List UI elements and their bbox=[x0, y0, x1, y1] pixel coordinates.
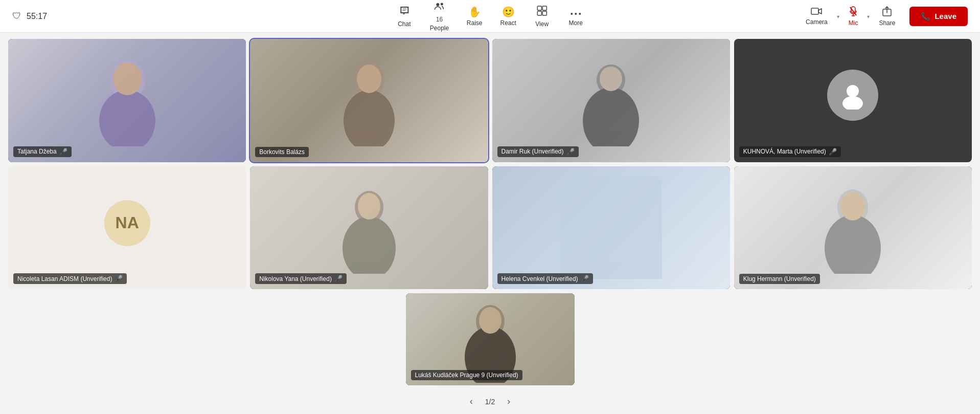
video-tile-lukas[interactable]: Lukáš Kudláček Prague 9 (Unverified) bbox=[406, 293, 575, 385]
video-tile-klug[interactable]: Klug Hermann (Unverified) bbox=[734, 166, 972, 290]
camera-icon bbox=[811, 7, 822, 17]
view-icon bbox=[536, 5, 548, 19]
svg-point-31 bbox=[825, 215, 881, 274]
page-info: 1/2 bbox=[485, 398, 495, 406]
name-tag-kuhnova: KUHNOVÁ, Marta (Unverified) 🎤 bbox=[739, 146, 841, 157]
top-bar-center: Chat 16 People ✋ Raise 🙂 React View bbox=[389, 0, 591, 35]
name-tag-borkovits: Borkovits Balázs bbox=[255, 147, 309, 157]
name-nikolova: Nikolova Yana (Unverified) bbox=[259, 275, 332, 282]
people-button[interactable]: 16 People bbox=[423, 0, 456, 35]
video-tile-helena[interactable]: Helena Cvenkel (Unverified) 🎤 bbox=[492, 166, 730, 290]
react-label: React bbox=[500, 19, 516, 27]
name-damir: Damir Ruk (Unverified) bbox=[502, 148, 564, 155]
grid-row-2: NA Nicoleta Lasan ADISM (Unverified) 🎤 bbox=[8, 166, 972, 290]
name-klug: Klug Hermann (Unverified) bbox=[743, 275, 816, 282]
svg-point-35 bbox=[479, 307, 502, 334]
more-button[interactable]: More bbox=[560, 3, 591, 30]
top-bar: 🛡 55:17 Chat 16 People ✋ Raise 🙂 React bbox=[0, 0, 980, 33]
svg-point-16 bbox=[99, 90, 155, 146]
name-tag-tatjana: Tatjana Džeba 🎤 bbox=[13, 146, 72, 157]
video-tile-nikolova[interactable]: Nikolova Yana (Unverified) 🎤 bbox=[250, 166, 488, 290]
camera-button[interactable]: Camera bbox=[801, 4, 833, 29]
name-borkovits: Borkovits Balázs bbox=[259, 148, 305, 156]
leave-label: Leave bbox=[935, 12, 956, 20]
react-icon: 🙂 bbox=[502, 6, 515, 18]
people-count: 16 bbox=[436, 16, 443, 23]
video-grid: Tatjana Džeba 🎤 Borkovits Balázs bbox=[0, 33, 980, 414]
svg-point-25 bbox=[842, 96, 863, 110]
video-tile-nicoleta[interactable]: NA Nicoleta Lasan ADISM (Unverified) 🎤 bbox=[8, 166, 246, 290]
svg-rect-3 bbox=[542, 6, 546, 10]
svg-point-27 bbox=[343, 216, 396, 274]
mic-button[interactable]: Mic bbox=[844, 3, 863, 30]
name-tag-nicoleta: Nicoleta Lasan ADISM (Unverified) 🎤 bbox=[13, 273, 127, 284]
svg-point-6 bbox=[571, 13, 573, 15]
name-kuhnova: KUHNOVÁ, Marta (Unverified) bbox=[743, 148, 826, 155]
people-icon bbox=[434, 1, 445, 14]
video-tile-tatjana[interactable]: Tatjana Džeba 🎤 bbox=[8, 39, 246, 162]
svg-point-24 bbox=[847, 85, 859, 97]
pagination: ‹ 1/2 › bbox=[8, 392, 972, 410]
grid-row-1: Tatjana Džeba 🎤 Borkovits Balázs bbox=[8, 39, 972, 162]
svg-point-0 bbox=[437, 3, 440, 6]
svg-point-32 bbox=[840, 192, 865, 221]
name-lukas: Lukáš Kudláček Prague 9 (Unverified) bbox=[415, 372, 518, 379]
next-page-button[interactable]: › bbox=[503, 395, 514, 408]
mic-icon bbox=[849, 6, 857, 18]
name-tag-helena: Helena Cvenkel (Unverified) 🎤 bbox=[497, 273, 593, 284]
mic-off-icon-damir: 🎤 bbox=[566, 148, 575, 156]
top-bar-right: Camera ▾ Mic ▾ Share 📞 Leave bbox=[801, 3, 968, 30]
view-label: View bbox=[535, 20, 549, 28]
name-tag-klug: Klug Hermann (Unverified) bbox=[739, 274, 820, 284]
svg-rect-2 bbox=[537, 6, 541, 10]
svg-point-7 bbox=[575, 13, 577, 15]
react-button[interactable]: 🙂 React bbox=[493, 3, 523, 30]
svg-rect-9 bbox=[811, 8, 818, 14]
name-tag-lukas: Lukáš Kudláček Prague 9 (Unverified) bbox=[411, 370, 522, 380]
share-button[interactable]: Share bbox=[874, 3, 900, 30]
video-tile-kuhnova[interactable]: KUHNOVÁ, Marta (Unverified) 🎤 bbox=[734, 39, 972, 162]
mic-off-icon-nicoleta: 🎤 bbox=[115, 275, 123, 282]
top-bar-left: 🛡 55:17 bbox=[12, 11, 47, 21]
video-tile-borkovits[interactable]: Borkovits Balázs bbox=[250, 39, 488, 162]
camera-chevron-icon: ▾ bbox=[837, 14, 839, 19]
name-nicoleta: Nicoleta Lasan ADISM (Unverified) bbox=[17, 275, 112, 282]
people-label: People bbox=[430, 25, 449, 32]
mic-off-icon-helena: 🎤 bbox=[581, 275, 589, 282]
svg-rect-29 bbox=[560, 177, 662, 279]
leave-button[interactable]: 📞 Leave bbox=[909, 7, 968, 26]
raise-label: Raise bbox=[467, 19, 483, 27]
mic-chevron-icon: ▾ bbox=[867, 14, 870, 19]
view-button[interactable]: View bbox=[527, 2, 557, 31]
svg-point-1 bbox=[441, 3, 443, 6]
phone-icon: 📞 bbox=[921, 12, 930, 21]
mic-off-icon-nikolova: 🎤 bbox=[334, 275, 343, 282]
svg-point-23 bbox=[600, 67, 622, 91]
mic-off-icon-kuhnova: 🎤 bbox=[829, 148, 837, 156]
prev-page-button[interactable]: ‹ bbox=[466, 395, 477, 408]
svg-point-22 bbox=[583, 88, 639, 146]
name-helena: Helena Cvenkel (Unverified) bbox=[502, 275, 578, 282]
svg-point-19 bbox=[344, 90, 395, 146]
svg-point-20 bbox=[357, 64, 381, 93]
svg-rect-4 bbox=[537, 11, 541, 15]
chat-label: Chat bbox=[398, 20, 411, 28]
video-tile-damir[interactable]: Damir Ruk (Unverified) 🎤 bbox=[492, 39, 730, 162]
raise-icon: ✋ bbox=[468, 6, 481, 18]
camera-label: Camera bbox=[806, 18, 828, 26]
svg-point-28 bbox=[358, 193, 380, 220]
name-tag-damir: Damir Ruk (Unverified) 🎤 bbox=[497, 146, 579, 157]
mic-off-icon-tatjana: 🎤 bbox=[59, 148, 67, 156]
raise-button[interactable]: ✋ Raise bbox=[459, 3, 490, 30]
more-icon bbox=[570, 6, 581, 18]
share-label: Share bbox=[879, 19, 895, 27]
name-tatjana: Tatjana Džeba bbox=[17, 148, 57, 155]
shield-icon: 🛡 bbox=[12, 11, 21, 21]
mic-label: Mic bbox=[849, 19, 858, 27]
name-tag-nikolova: Nikolova Yana (Unverified) 🎤 bbox=[255, 273, 347, 284]
svg-point-8 bbox=[579, 13, 581, 15]
avatar-initials-nicoleta: NA bbox=[116, 213, 139, 232]
call-timer: 55:17 bbox=[27, 12, 47, 21]
chat-icon bbox=[399, 5, 410, 19]
chat-button[interactable]: Chat bbox=[389, 2, 420, 31]
